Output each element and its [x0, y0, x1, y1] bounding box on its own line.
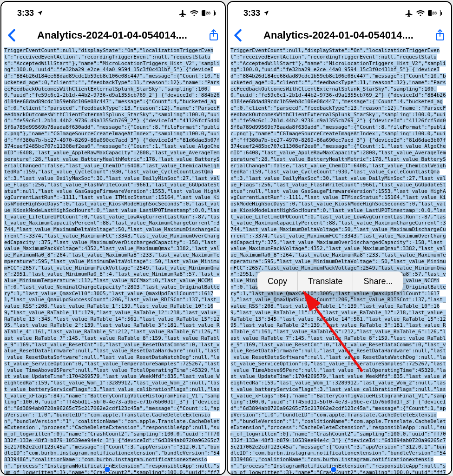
- battery-icon: 28: [428, 10, 441, 16]
- page-title: Analytics-2024-01-04-054014....: [20, 29, 204, 41]
- selection-handle[interactable]: [105, 467, 110, 472]
- airplane-icon: [178, 9, 187, 17]
- context-share[interactable]: Share...: [353, 271, 403, 291]
- selected-text[interactable]: TriggerEventCount":null,"displayState":"…: [4, 47, 220, 475]
- page-title: Analytics-2024-01-04-054014....: [246, 29, 431, 41]
- phone-left: 3:33 28 Analy: [0, 1, 226, 475]
- share-button[interactable]: [208, 29, 219, 42]
- status-time: 3:33: [17, 8, 34, 18]
- share-button[interactable]: [434, 29, 446, 42]
- selection-handle[interactable]: [331, 467, 336, 472]
- context-copy[interactable]: Copy: [257, 271, 298, 291]
- status-bar: 3:33 28: [228, 2, 451, 24]
- phone-right: 3:33 28 Analy: [227, 1, 452, 475]
- location-icon: [37, 10, 43, 16]
- wifi-icon: [416, 10, 425, 16]
- nav-header: Analytics-2024-01-04-054014....: [1, 24, 225, 46]
- back-button[interactable]: [233, 29, 243, 42]
- log-body[interactable]: TriggerEventCount":null,"displayState":"…: [228, 46, 451, 474]
- location-icon: [263, 10, 269, 16]
- context-menu: Copy Translate Share...: [257, 271, 403, 291]
- log-body[interactable]: TriggerEventCount":null,"displayState":"…: [1, 46, 225, 474]
- selected-text[interactable]: TriggerEventCount":null,"displayState":"…: [230, 47, 446, 475]
- battery-icon: 28: [202, 10, 215, 16]
- wifi-icon: [190, 10, 198, 16]
- status-bar: 3:33 28: [1, 2, 225, 24]
- status-time: 3:33: [243, 8, 260, 18]
- back-button[interactable]: [7, 29, 16, 42]
- context-translate[interactable]: Translate: [298, 271, 353, 291]
- airplane-icon: [405, 9, 413, 17]
- nav-header: Analytics-2024-01-04-054014....: [228, 24, 451, 46]
